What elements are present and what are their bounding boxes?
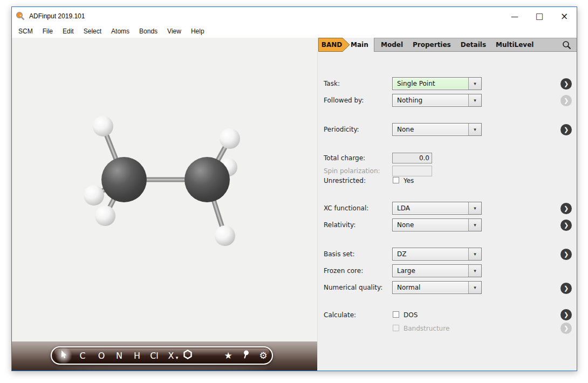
followed-by-detail-button: ❯ [560,95,572,106]
tab-strip: BAND Main Model Properties Details Multi… [318,38,577,52]
total-charge-label: Total charge: [324,152,365,165]
dos-checkbox[interactable] [393,311,399,318]
periodicity-dropdown-button[interactable]: ▾ [468,124,481,135]
element-o-button[interactable]: O [98,351,105,361]
element-cl-button[interactable]: Cl [150,351,159,361]
element-h-button[interactable]: H [134,351,140,361]
followed-by-dropdown[interactable]: Nothing ▾ [392,94,482,107]
numerical-quality-dropdown[interactable]: Normal ▾ [392,281,482,294]
adfinput-window: ADFinput 2019.101 — □ × SCM File Edit Se… [11,6,577,371]
chevron-down-icon: ▾ [474,206,476,211]
periodicity-label: Periodicity: [324,123,359,136]
basis-set-detail-button[interactable]: ❯ [560,249,572,260]
relativity-dropdown[interactable]: None ▾ [392,218,482,231]
gear-icon: ⚙ [259,350,267,361]
frozen-core-row: Frozen core: Large ▾ [318,264,577,277]
frozen-core-dropdown-button[interactable]: ▾ [468,265,481,277]
task-label: Task: [324,77,340,90]
task-detail-button[interactable]: ❯ [560,78,572,90]
menu-scm[interactable]: SCM [13,25,38,38]
maximize-button[interactable]: □ [527,7,552,25]
toolbar-reflection [56,366,268,371]
element-c-button[interactable]: C [79,351,85,361]
numerical-quality-dropdown-button[interactable]: ▾ [468,282,481,293]
screenshot: ADFinput 2019.101 — □ × SCM File Edit Se… [0,0,588,383]
task-dropdown[interactable]: Single Point ▾ [392,77,482,90]
tab-model[interactable]: Model [376,38,408,52]
menu-help[interactable]: Help [186,25,209,38]
menu-atoms[interactable]: Atoms [106,25,134,38]
main-content: C O N H Cl X ▾ ★ [12,38,577,371]
select-tool-button[interactable] [60,350,67,361]
cursor-icon [60,350,67,359]
title-bar[interactable]: ADFinput 2019.101 — □ × [12,7,577,25]
chevron-down-icon: ▾ [474,285,476,290]
menu-view[interactable]: View [162,25,186,38]
search-icon[interactable] [562,40,572,50]
unrestricted-checkbox[interactable] [393,177,399,183]
grab-tool-button[interactable] [243,350,249,361]
tab-properties[interactable]: Properties [408,38,456,52]
basis-set-row: Basis set: DZ ▾ [318,248,577,261]
total-charge-input[interactable]: 0.0 [392,153,432,163]
relativity-detail-button[interactable]: ❯ [560,220,572,231]
element-x-button[interactable]: X [168,351,174,361]
xc-functional-dropdown-button[interactable]: ▾ [468,202,481,214]
element-n-button[interactable]: N [116,351,122,361]
relativity-value: None [393,219,468,231]
basis-set-dropdown-button[interactable]: ▾ [468,248,481,260]
bandstructure-label: Bandstructure [404,322,449,335]
followed-by-dropdown-button[interactable]: ▾ [468,94,481,106]
dos-detail-button[interactable]: ❯ [560,309,572,320]
menu-select[interactable]: Select [79,25,106,38]
menu-bonds[interactable]: Bonds [134,25,162,38]
chevron-down-icon: ▾ [474,98,476,103]
frozen-core-dropdown[interactable]: Large ▾ [392,264,482,277]
xc-functional-value: LDA [393,202,468,214]
periodicity-dropdown[interactable]: None ▾ [392,123,482,136]
window-title: ADFinput 2019.101 [29,12,85,20]
menu-edit[interactable]: Edit [58,25,79,38]
tab-multilevel[interactable]: MultiLevel [491,38,538,52]
favorites-button[interactable]: ★ [224,350,232,361]
numerical-quality-detail-button[interactable]: ❯ [560,283,572,294]
chevron-down-icon: ▾ [474,81,476,86]
periodicity-detail-button[interactable]: ❯ [560,124,572,135]
unrestricted-option-label: Yes [404,174,414,187]
xc-functional-detail-button[interactable]: ❯ [560,203,572,214]
chevron-right-icon: ❯ [564,311,569,318]
settings-button[interactable]: ⚙ [259,350,267,361]
ring-tool-button[interactable] [183,350,193,361]
menu-file[interactable]: File [38,25,58,38]
balloon-pin-icon [243,350,249,359]
chevron-right-icon: ❯ [564,126,569,133]
molecule-3d-model[interactable] [12,38,318,371]
calculate-label: Calculate: [324,309,356,322]
band-group-label[interactable]: BAND [321,38,343,52]
total-charge-row: Total charge: 0.0 [318,152,577,165]
chevron-right-icon: ❯ [564,251,569,258]
xc-functional-row: XC functional: LDA ▾ [318,202,577,215]
star-icon: ★ [224,350,232,361]
inactive-tabs-strip: Model Properties Details MultiLevel [374,38,577,52]
xc-functional-dropdown[interactable]: LDA ▾ [392,202,482,215]
molecule-viewer[interactable]: C O N H Cl X ▾ ★ [12,38,318,371]
atom-toolbar: C O N H Cl X ▾ ★ [51,346,273,365]
unrestricted-row: Unrestricted: Yes [318,174,577,187]
basis-set-dropdown[interactable]: DZ ▾ [392,248,482,261]
basis-set-label: Basis set: [324,248,355,261]
relativity-dropdown-button[interactable]: ▾ [468,219,481,231]
periodicity-value: None [393,124,468,135]
frozen-core-value: Large [393,265,468,277]
task-dropdown-button[interactable]: ▾ [468,78,481,90]
followed-by-row: Followed by: Nothing ▾ [318,94,577,107]
chevron-down-icon: ▾ [474,222,476,228]
minimize-button[interactable]: — [502,7,527,25]
hexagon-ring-icon [183,350,193,359]
chevron-right-icon: ❯ [564,80,569,87]
element-x-dropdown-icon[interactable]: ▾ [176,355,179,360]
close-button[interactable]: × [552,7,577,25]
tab-details[interactable]: Details [456,38,491,52]
tab-main-active[interactable]: Main [348,38,371,52]
relativity-row: Relativity: None ▾ [318,218,577,231]
